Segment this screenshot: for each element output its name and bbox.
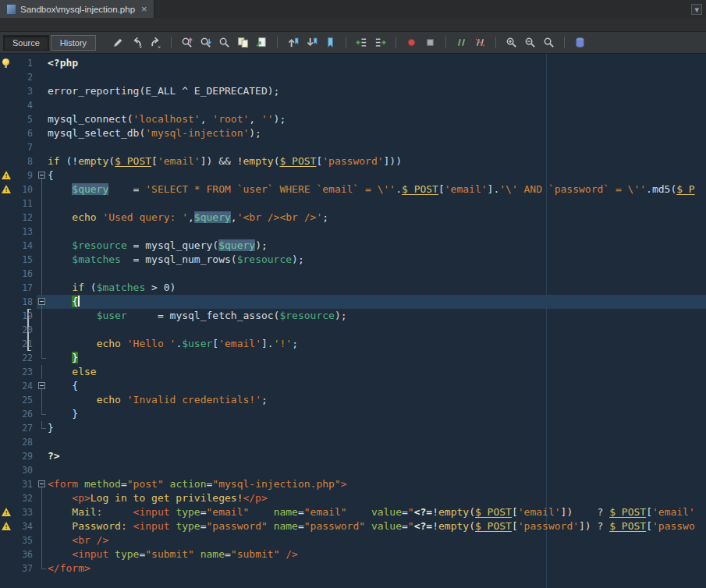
code-line[interactable]: 6mysql_select_db('mysql-injection'); (0, 126, 706, 140)
glyph-cell (0, 477, 12, 491)
documents-list-icon[interactable]: ▾ (691, 4, 702, 15)
code-line[interactable]: 24 { (0, 379, 706, 393)
find-selection-icon[interactable] (216, 34, 232, 51)
comment-icon[interactable] (453, 34, 470, 51)
code-line[interactable]: 21 echo 'Hello '.$user['email'].'!'; (0, 337, 706, 351)
code-line[interactable]: 37</form> (0, 561, 706, 576)
code-line[interactable]: 29?> (0, 449, 706, 463)
glyph-cell (0, 407, 12, 421)
source-view-button[interactable]: Source (3, 35, 49, 51)
breadcrumb: A:\xampp\htdocs\Sandbox\mysql-injection.… (0, 18, 706, 32)
code-line[interactable]: 1<?php (0, 56, 706, 70)
glyph-cell (0, 211, 12, 225)
fold-toggle[interactable] (37, 379, 48, 393)
zoom-reset-icon[interactable] (541, 34, 557, 51)
last-edit-icon[interactable] (110, 34, 126, 51)
code-line[interactable]: 36 <input type="submit" name="submit" /> (0, 547, 706, 561)
code-line[interactable]: 35 <br /> (0, 533, 706, 547)
warning-icon[interactable] (0, 505, 12, 519)
fold-cell (37, 140, 48, 154)
code-line[interactable]: 12 echo 'Used query: ',$query,'<br /><br… (0, 211, 706, 225)
find-previous-occurrence-icon[interactable] (179, 34, 195, 51)
code-line[interactable]: 23 else (0, 365, 706, 379)
code-line[interactable]: 32 <p>Log in to get privileges!</p> (0, 491, 706, 505)
line-number: 18 (12, 295, 37, 309)
history-view-button[interactable]: History (51, 35, 96, 51)
tab-mysql-injection[interactable]: Sandbox\mysql-injection.php × (0, 0, 154, 18)
code-line[interactable]: 3error_reporting(E_ALL ^ E_DEPRECATED); (0, 84, 706, 98)
code-line[interactable]: 17 if ($matches > 0) (0, 281, 706, 295)
warning-icon[interactable] (0, 519, 12, 533)
line-number: 13 (12, 225, 37, 239)
line-number: 21 (12, 337, 37, 351)
line-number: 8 (12, 154, 37, 168)
code-line[interactable]: 13 (0, 225, 706, 239)
code-line[interactable]: 19 $user = mysql_fetch_assoc($resource); (0, 309, 706, 323)
zoom-in-icon[interactable] (503, 34, 520, 51)
code-line[interactable]: 7 (0, 140, 706, 154)
previous-bookmark-icon[interactable] (285, 34, 301, 51)
tab-close-icon[interactable]: × (141, 4, 147, 14)
code-line[interactable]: 10 $query = 'SELECT * FROM `user` WHERE … (0, 182, 706, 197)
line-number: 14 (12, 239, 37, 253)
line-number: 26 (12, 407, 37, 421)
glyph-cell (0, 491, 12, 505)
fold-toggle[interactable] (37, 477, 48, 491)
uncomment-icon[interactable] (472, 34, 488, 51)
fold-cell (37, 70, 48, 84)
forward-icon[interactable] (147, 34, 164, 51)
code-line[interactable]: 14 $resource = mysql_query($query); (0, 239, 706, 253)
code-line[interactable]: 34 Password: <input type="password" name… (0, 519, 706, 533)
fold-cell (37, 126, 48, 140)
code-line[interactable]: 18 { (0, 295, 706, 309)
code-line[interactable]: 5mysql_connect('localhost', 'root', ''); (0, 112, 706, 126)
toggle-bookmark-icon[interactable] (322, 34, 339, 51)
shift-left-icon[interactable] (353, 34, 370, 51)
code-line[interactable]: 31<form method="post" action="mysql-inje… (0, 477, 706, 491)
find-next-occurrence-icon[interactable] (197, 34, 214, 51)
code-line[interactable]: 22 } (0, 351, 706, 365)
code-line[interactable]: 8if (!empty($_POST['email']) && !empty($… (0, 154, 706, 168)
glyph-cell (0, 112, 12, 126)
code-line[interactable]: 2 (0, 70, 706, 84)
fold-toggle[interactable] (37, 295, 48, 309)
toolbar-separator (445, 37, 446, 48)
next-bookmark-icon[interactable] (303, 34, 320, 51)
code-line[interactable]: 30 (0, 463, 706, 477)
glyph-cell (0, 421, 12, 435)
shift-right-icon[interactable] (372, 34, 388, 51)
glyph-cell (0, 547, 12, 561)
bulb-icon[interactable] (0, 56, 12, 70)
warning-icon[interactable] (0, 182, 12, 197)
incremental-search-icon[interactable] (254, 34, 270, 51)
code-line[interactable]: 4 (0, 98, 706, 112)
fold-cell (37, 533, 48, 547)
tab-label: Sandbox\mysql-injection.php (20, 5, 135, 14)
code-line[interactable]: 16 (0, 267, 706, 281)
stop-macro-recording-icon[interactable] (422, 34, 438, 51)
start-macro-recording-icon[interactable] (403, 34, 420, 51)
fold-cell (37, 351, 48, 365)
line-number: 33 (12, 505, 37, 519)
line-number: 23 (12, 365, 37, 379)
glyph-cell (0, 253, 12, 267)
code-line[interactable]: 11 (0, 197, 706, 211)
code-line[interactable]: 15 $matches = mysql_num_rows($resource); (0, 253, 706, 267)
code-line[interactable]: 25 echo 'Invalid credentials!'; (0, 393, 706, 407)
database-icon[interactable] (572, 34, 588, 51)
code-line[interactable]: 9{ (0, 168, 706, 182)
code-editor[interactable]: 1<?php23error_reporting(E_ALL ^ E_DEPREC… (0, 54, 706, 588)
back-icon[interactable] (129, 34, 145, 51)
warning-icon[interactable] (0, 168, 12, 182)
code-line[interactable]: 26 } (0, 407, 706, 421)
code-line[interactable]: 33 Mail: <input type="email" name="email… (0, 505, 706, 519)
toggle-highlight-search-icon[interactable] (235, 34, 251, 51)
code-line[interactable]: 28 (0, 435, 706, 449)
fold-cell (37, 84, 48, 98)
fold-toggle[interactable] (37, 168, 48, 182)
code-line[interactable]: 20 (0, 323, 706, 337)
glyph-cell (0, 449, 12, 463)
code-line[interactable]: 27} (0, 421, 706, 435)
zoom-out-icon[interactable] (522, 34, 538, 51)
fold-cell (37, 281, 48, 295)
